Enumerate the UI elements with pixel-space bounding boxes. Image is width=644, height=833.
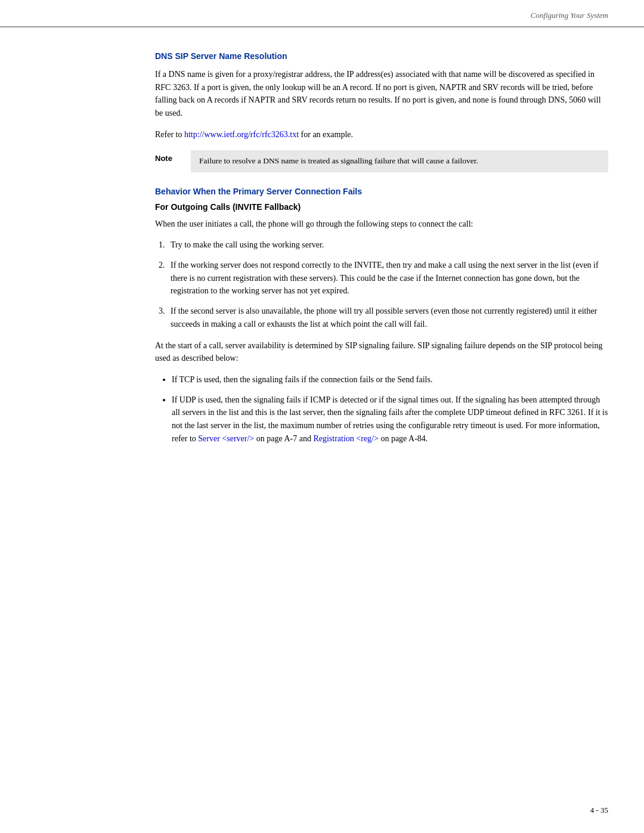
step-3: If the second server is also unavailable…: [167, 305, 608, 330]
note-container: Note Failure to resolve a DNS name is tr…: [155, 150, 608, 172]
content-area: DNS SIP Server Name Resolution If a DNS …: [0, 27, 644, 489]
note-label: Note: [155, 150, 191, 163]
dns-body-text-1: If a DNS name is given for a proxy/regis…: [155, 68, 608, 120]
dns-refer-prefix: Refer to: [155, 130, 184, 139]
bullet-item-2: If UDP is used, then the signaling fails…: [172, 394, 608, 445]
bullet2-link2[interactable]: Registration <reg/>: [313, 434, 379, 443]
dns-link[interactable]: http://www.ietf.org/rfc/rfc3263.txt: [184, 130, 299, 139]
note-box: Failure to resolve a DNS name is treated…: [191, 150, 608, 172]
page-number: 4 - 35: [590, 806, 608, 815]
header-title: Configuring Your System: [531, 11, 608, 20]
bullet-item-1: If TCP is used, then the signaling fails…: [172, 373, 608, 386]
page-container: Configuring Your System DNS SIP Server N…: [0, 0, 644, 833]
step-1: Try to make the call using the working s…: [167, 239, 608, 252]
bullet-list: If TCP is used, then the signaling fails…: [155, 373, 608, 445]
outgoing-body-text: When the user initiates a call, the phon…: [155, 218, 608, 231]
step-2: If the working server does not respond c…: [167, 259, 608, 298]
page-header: Configuring Your System: [0, 0, 644, 27]
bullet2-suffix: on page A-84.: [379, 434, 428, 443]
outgoing-calls-heading: For Outgoing Calls (INVITE Fallback): [155, 202, 608, 212]
steps-list: Try to make the call using the working s…: [155, 239, 608, 330]
behavior-section-heading: Behavior When the Primary Server Connect…: [155, 187, 608, 196]
dns-refer-text: Refer to http://www.ietf.org/rfc/rfc3263…: [155, 128, 608, 141]
page-footer: 4 - 35: [590, 806, 608, 815]
bullet2-mid: on page A-7 and: [254, 434, 313, 443]
dns-section-heading: DNS SIP Server Name Resolution: [155, 51, 608, 61]
para-after-steps: At the start of a call, server availabil…: [155, 339, 608, 365]
dns-refer-suffix: for an example.: [299, 130, 353, 139]
bullet2-link1[interactable]: Server <server/>: [198, 434, 254, 443]
